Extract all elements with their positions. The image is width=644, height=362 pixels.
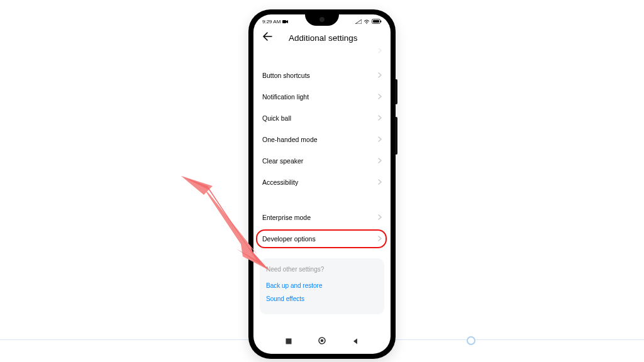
settings-row-clear-speaker[interactable]: Clear speaker	[253, 150, 391, 172]
svg-point-11	[321, 339, 324, 343]
card-link-sound-effects[interactable]: Sound effects	[266, 292, 378, 305]
svg-rect-9	[286, 339, 292, 344]
settings-row-label: One-handed mode	[262, 136, 318, 143]
phone-side-button-2	[395, 117, 397, 155]
chevron-right-icon	[378, 214, 382, 221]
nav-back-button[interactable]	[352, 336, 359, 348]
settings-row-label: Developer options	[262, 235, 316, 243]
chevron-right-icon	[378, 114, 382, 122]
phone-frame: 9:29 AM Additional	[249, 10, 395, 358]
svg-marker-0	[181, 176, 213, 195]
signal-icon	[355, 19, 362, 24]
triangle-back-icon	[352, 337, 359, 345]
chevron-right-icon	[378, 178, 382, 186]
svg-point-5	[366, 23, 367, 24]
nav-recent-button[interactable]	[285, 336, 292, 348]
settings-row-label: Quick ball	[262, 114, 291, 122]
chevron-right-icon	[378, 136, 382, 143]
chevron-right-icon	[378, 93, 382, 101]
settings-row-label: Clear speaker	[262, 157, 303, 165]
back-button[interactable]	[262, 32, 272, 43]
chevron-right-icon	[378, 235, 382, 243]
settings-row-accessibility[interactable]: Accessibility	[253, 172, 391, 193]
chevron-right-icon	[378, 48, 382, 55]
background-dot	[467, 336, 475, 345]
status-time: 9:29 AM	[262, 19, 280, 25]
battery-icon	[372, 19, 382, 24]
svg-rect-8	[373, 20, 379, 23]
settings-row-button-shortcuts[interactable]: Button shortcuts	[253, 65, 391, 86]
camera-icon	[282, 19, 288, 24]
settings-row-label: Notification light	[262, 93, 309, 101]
settings-row-label: Accessibility	[262, 178, 298, 186]
phone-screen: 9:29 AM Additional	[253, 14, 391, 354]
chevron-right-icon	[378, 157, 382, 165]
card-link-backup-restore[interactable]: Back up and restore	[266, 279, 378, 292]
settings-row-label: Enterprise mode	[262, 214, 311, 221]
chevron-right-icon	[378, 72, 382, 79]
settings-row-notification-light[interactable]: Notification light	[253, 86, 391, 107]
settings-row-quick-ball[interactable]: Quick ball	[253, 107, 391, 129]
settings-row-enterprise-mode[interactable]: Enterprise mode	[253, 207, 391, 228]
settings-row-cutoff[interactable]	[253, 48, 391, 65]
square-icon	[285, 337, 292, 345]
phone-side-button-1	[395, 79, 397, 104]
card-question: Need other settings?	[266, 266, 378, 273]
titlebar: Additional settings	[253, 28, 391, 48]
settings-list: Button shortcuts Notification light Quic…	[253, 48, 391, 314]
nav-home-button[interactable]	[318, 336, 326, 348]
settings-row-one-handed-mode[interactable]: One-handed mode	[253, 129, 391, 150]
page-title: Additional settings	[289, 33, 382, 43]
wifi-icon	[364, 19, 370, 24]
back-arrow-icon	[262, 32, 272, 41]
settings-row-label: Button shortcuts	[262, 72, 310, 79]
circle-icon	[318, 336, 326, 345]
android-navbar	[253, 333, 391, 351]
section-gap	[253, 193, 391, 207]
settings-row-developer-options[interactable]: Developer options	[253, 228, 391, 250]
other-settings-card: Need other settings? Back up and restore…	[260, 258, 384, 314]
svg-rect-4	[282, 20, 286, 23]
svg-rect-7	[380, 21, 381, 23]
